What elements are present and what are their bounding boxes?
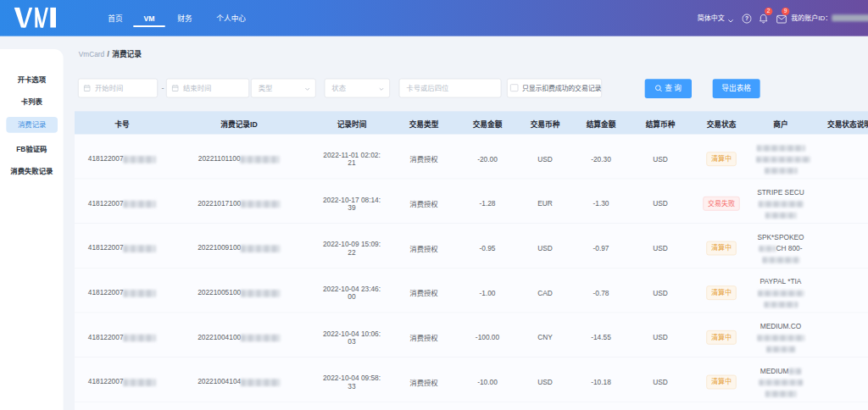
- svg-text:?: ?: [745, 15, 748, 21]
